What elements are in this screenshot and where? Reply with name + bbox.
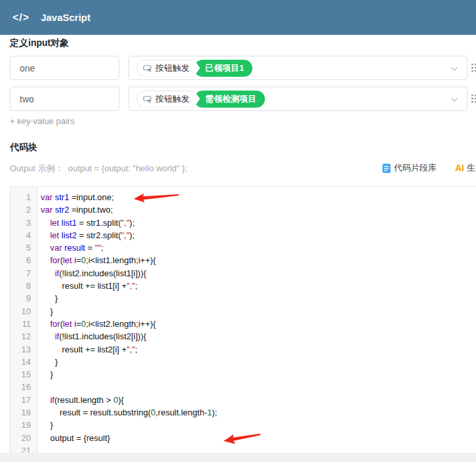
line-number: 12 [10,330,37,343]
panel-title: JavaScript [41,12,90,23]
code-line[interactable]: } [41,368,476,381]
code-line[interactable]: } [41,356,476,368]
line-number: 8 [10,280,37,292]
panel-header: </> JavaScript [0,0,476,35]
ai-generate-button[interactable]: AI 生 [455,162,475,174]
code-line[interactable]: for(let i=0;i<list1.length;i++){ [41,254,476,266]
key-input[interactable] [10,56,119,80]
line-number: 16 [10,381,37,393]
project-badge: 需领检测项目 [194,91,265,108]
line-number: 3 [10,217,37,229]
snippet-library-button[interactable]: 代码片段库 [382,162,437,174]
line-number: 1 [10,191,37,203]
project-badge: 已领项目1 [194,60,252,77]
ai-icon: AI [455,163,464,173]
trigger-label: 按钮触发 [155,62,189,74]
code-line[interactable]: } [41,305,476,318]
trigger-tag: 按钮触发 [136,60,200,77]
editor-code[interactable]: var str1 =input.one;var str2 =input.two;… [37,187,476,453]
chevron-down-icon [450,64,459,74]
line-number: 2 [10,203,37,216]
javascript-node-panel: </> JavaScript 定义input对象 按钮触发 已领项目1 [0,0,476,462]
code-line[interactable]: } [41,292,476,304]
snippet-library-label: 代码片段库 [394,162,437,174]
trigger-tag: 按钮触发 [136,91,200,108]
value-select[interactable]: 按钮触发 需领检测项目 [129,87,467,111]
add-key-value-link[interactable]: + key-value pairs [10,116,75,126]
selected-value-tag: 按钮触发 需领检测项目 [136,91,265,108]
code-line[interactable] [41,381,476,393]
line-number: 7 [10,267,37,280]
output-example-hint: Output 示例： output = {output: "hello worl… [10,163,187,175]
chevron-down-icon [450,95,459,104]
line-number: 10 [10,305,37,318]
code-line[interactable]: var str2 =input.two; [41,203,476,216]
selected-value-tag: 按钮触发 已领项目1 [136,60,252,77]
document-icon [382,163,391,173]
line-number: 20 [10,432,37,444]
line-number: 17 [10,394,37,406]
code-line[interactable]: } [41,419,476,431]
code-line[interactable]: let list1 = str1.split(","); [41,217,476,229]
page-background-strip [0,453,476,462]
line-number: 6 [10,254,37,266]
code-editor[interactable]: 123456789101112131415161718192021 var st… [10,186,476,453]
line-number: 11 [10,318,37,330]
row-menu-icon[interactable] [471,62,476,74]
line-number: 5 [10,242,37,254]
code-section-label: 代码块 [10,142,37,154]
kv-row: 按钮触发 已领项目1 [0,56,476,80]
editor-gutter: 123456789101112131415161718192021 [10,187,37,453]
line-number: 21 [10,444,37,453]
code-line[interactable]: let list2 = str2.split(","); [41,229,476,242]
code-line[interactable]: output = {result} [41,432,476,444]
line-number: 9 [10,292,37,304]
ai-generate-label: 生 [467,162,475,174]
line-number: 14 [10,356,37,368]
code-line[interactable] [41,444,476,453]
code-line[interactable]: var str1 =input.one; [41,191,476,203]
code-line[interactable]: var result = ""; [41,242,476,254]
code-line[interactable]: for(let i=0;i<list2.length;i++){ [41,318,476,330]
code-line[interactable]: result += list2[i] +","; [41,343,476,356]
kv-row: 按钮触发 需领检测项目 [0,87,476,111]
button-click-icon [143,94,152,104]
line-number: 15 [10,368,37,381]
trigger-label: 按钮触发 [155,93,189,105]
line-number: 18 [10,406,37,419]
input-section-label: 定义input对象 [10,37,69,49]
value-select[interactable]: 按钮触发 已领项目1 [129,56,467,80]
code-icon: </> [12,12,30,24]
row-menu-icon[interactable] [471,93,476,104]
code-toolbar: Output 示例： output = {output: "hello worl… [0,163,476,175]
code-line[interactable]: if(!list1.includes(list2[i])){ [41,330,476,343]
code-line[interactable]: result = result.substring(0,result.lengt… [41,406,476,419]
code-line[interactable]: if(!list2.includes(list1[i])){ [41,267,476,280]
line-number: 13 [10,343,37,356]
code-line[interactable]: if(result.length > 0){ [41,394,476,406]
line-number: 19 [10,419,37,431]
line-number: 4 [10,229,37,242]
code-line[interactable]: result += list1[i] +","; [41,280,476,292]
button-click-icon [143,64,152,73]
key-input[interactable] [10,87,119,111]
